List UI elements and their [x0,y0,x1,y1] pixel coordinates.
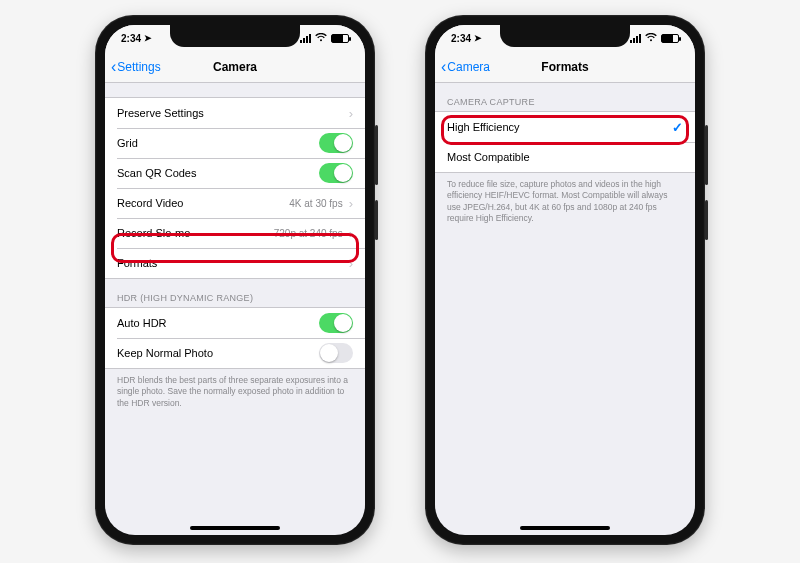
wifi-icon [645,33,657,44]
hdr-footer-note: HDR blends the best parts of three separ… [105,369,365,419]
row-label: Keep Normal Photo [117,347,213,359]
row-label: Scan QR Codes [117,167,196,179]
signal-icon [300,34,311,43]
navbar: ‹ Settings Camera [105,51,365,83]
auto-hdr-toggle[interactable] [319,313,353,333]
row-label: Record Video [117,197,183,209]
back-label: Settings [117,60,160,74]
row-auto-hdr[interactable]: Auto HDR [105,308,365,338]
chevron-right-icon: › [349,196,353,211]
chevron-right-icon: › [349,226,353,241]
chevron-right-icon: › [349,106,353,121]
location-icon: ➤ [474,33,482,43]
chevron-left-icon: ‹ [111,59,116,75]
navbar: ‹ Camera Formats [435,51,695,83]
notch [500,25,630,47]
row-formats[interactable]: Formats › [105,248,365,278]
battery-icon [331,34,349,43]
row-value: 4K at 30 fps [289,198,342,209]
battery-icon [661,34,679,43]
chevron-left-icon: ‹ [441,59,446,75]
row-most-compatible[interactable]: Most Compatible [435,142,695,172]
status-time: 2:34 [451,33,471,44]
formats-list: High Efficiency ✓ Most Compatible [435,111,695,173]
row-label: Grid [117,137,138,149]
row-preserve-settings[interactable]: Preserve Settings › [105,98,365,128]
capture-section-header: CAMERA CAPTURE [435,83,695,111]
row-record-video[interactable]: Record Video 4K at 30 fps › [105,188,365,218]
back-button[interactable]: ‹ Camera [441,59,490,75]
row-label: Formats [117,257,157,269]
row-label: High Efficiency [447,121,520,133]
screen-left: 2:34 ➤ ‹ Settings Camera [105,25,365,535]
phone-left: 2:34 ➤ ‹ Settings Camera [95,15,375,545]
checkmark-icon: ✓ [672,120,683,135]
notch [170,25,300,47]
back-label: Camera [447,60,490,74]
row-high-efficiency[interactable]: High Efficiency ✓ [435,112,695,142]
row-value: 720p at 240 fps [274,228,343,239]
signal-icon [630,34,641,43]
keep-normal-toggle[interactable] [319,343,353,363]
hdr-section-header: HDR (HIGH DYNAMIC RANGE) [105,279,365,307]
location-icon: ➤ [144,33,152,43]
wifi-icon [315,33,327,44]
row-record-slomo[interactable]: Record Slo-mo 720p at 240 fps › [105,218,365,248]
grid-toggle[interactable] [319,133,353,153]
screen-right: 2:34 ➤ ‹ Camera Formats CAMERA [435,25,695,535]
row-label: Preserve Settings [117,107,204,119]
row-label: Record Slo-mo [117,227,190,239]
row-label: Auto HDR [117,317,167,329]
formats-footer-note: To reduce file size, capture photos and … [435,173,695,235]
settings-list-1: Preserve Settings › Grid Scan QR Codes R… [105,97,365,279]
row-scan-qr[interactable]: Scan QR Codes [105,158,365,188]
phone-right: 2:34 ➤ ‹ Camera Formats CAMERA [425,15,705,545]
home-indicator[interactable] [190,526,280,530]
status-time: 2:34 [121,33,141,44]
home-indicator[interactable] [520,526,610,530]
row-label: Most Compatible [447,151,530,163]
settings-list-hdr: Auto HDR Keep Normal Photo [105,307,365,369]
row-grid[interactable]: Grid [105,128,365,158]
row-keep-normal[interactable]: Keep Normal Photo [105,338,365,368]
back-button[interactable]: ‹ Settings [111,59,161,75]
chevron-right-icon: › [349,256,353,271]
scanqr-toggle[interactable] [319,163,353,183]
